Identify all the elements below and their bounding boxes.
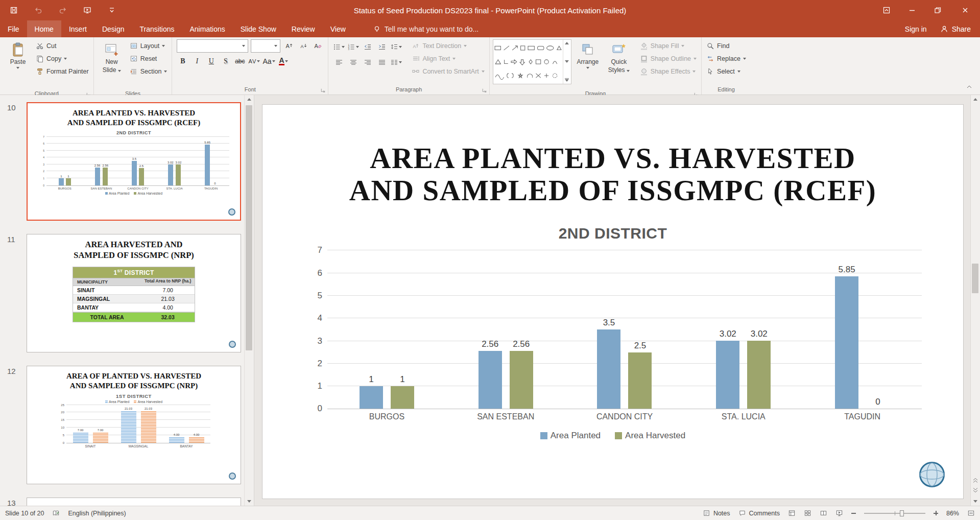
new-slide-button[interactable]: New Slide — [97, 39, 127, 90]
scroll-up-arrow[interactable] — [971, 95, 980, 104]
share-button[interactable]: Share — [940, 25, 971, 33]
tab-review[interactable]: Review — [284, 20, 323, 37]
ribbon-display-options-button[interactable] — [874, 0, 899, 20]
bar-area-harvested[interactable] — [510, 351, 533, 409]
scroll-up-arrow[interactable] — [245, 95, 254, 104]
nrp-bar-chart-mini[interactable]: 1ST DISTRICTArea PlantedArea Harvested05… — [57, 393, 210, 448]
quick-styles-button[interactable]: Quick Styles — [604, 39, 634, 90]
notes-button[interactable]: Notes — [703, 509, 730, 517]
slide-canvas[interactable]: AREA PLANTED VS. HARVESTED AND SAMPLED O… — [262, 104, 964, 499]
start-slideshow-button[interactable] — [79, 3, 96, 18]
underline-button[interactable]: U — [205, 55, 217, 67]
district-bar-chart[interactable]: 2ND DISTRICT01234567112.562.563.52.53.02… — [304, 225, 922, 441]
main-vertical-scrollbar[interactable] — [970, 95, 980, 506]
replace-button[interactable]: Replace — [705, 52, 748, 65]
shapes-gallery-scroll[interactable] — [563, 40, 571, 84]
tab-animations[interactable]: Animations — [182, 20, 232, 37]
line-spacing-button[interactable] — [390, 41, 402, 53]
tell-me-box[interactable]: Tell me what you want to do... — [366, 20, 486, 37]
bar-area-harvested[interactable] — [139, 168, 144, 185]
slide-sorter-view-button[interactable] — [804, 509, 811, 517]
cut-button[interactable]: Cut — [34, 39, 90, 52]
slide-13-thumbnail[interactable] — [27, 498, 241, 506]
align-right-button[interactable] — [362, 56, 373, 68]
reading-view-button[interactable] — [820, 509, 827, 517]
reset-button[interactable]: Reset — [128, 52, 169, 65]
tab-design[interactable]: Design — [94, 20, 132, 37]
bar-area-planted[interactable] — [597, 329, 620, 409]
bar-area-harvested[interactable] — [189, 437, 204, 443]
close-button[interactable] — [950, 0, 980, 20]
bar-area-planted[interactable] — [479, 351, 502, 409]
bar-area-harvested[interactable] — [176, 164, 181, 185]
bullets-button[interactable] — [333, 41, 345, 53]
align-text-button[interactable]: Align Text — [410, 52, 486, 65]
bar-area-harvested[interactable] — [391, 386, 414, 409]
spell-check-button[interactable] — [52, 509, 60, 517]
shapes-gallery[interactable] — [493, 39, 571, 84]
align-left-button[interactable] — [333, 56, 345, 68]
normal-view-button[interactable] — [788, 509, 796, 517]
shape-effects-button[interactable]: Shape Effects — [638, 65, 698, 78]
text-direction-button[interactable]: AText Direction — [410, 39, 486, 52]
scroll-down-arrow[interactable] — [971, 497, 980, 506]
font-dialog-launcher[interactable] — [320, 86, 326, 93]
scroll-down-arrow[interactable] — [245, 497, 254, 506]
numbering-button[interactable]: 123 — [347, 41, 359, 53]
save-button[interactable] — [5, 3, 22, 18]
strikethrough-button[interactable]: abc — [234, 55, 246, 67]
shape-fill-button[interactable]: Shape Fill — [638, 39, 698, 52]
select-button[interactable]: Select — [705, 65, 748, 78]
bar-area-planted[interactable] — [121, 411, 136, 442]
section-button[interactable]: Section — [128, 65, 169, 78]
arrange-button[interactable]: Arrange — [573, 39, 603, 90]
slide-11-thumbnail[interactable]: AREA HARVESTED AND SAMPLED OF ISSGMPC (N… — [27, 234, 241, 352]
character-spacing-button[interactable]: AV — [248, 55, 260, 67]
slide-title[interactable]: AREA PLANTED VS. HARVESTED AND SAMPLED O… — [262, 143, 963, 206]
minimize-button[interactable] — [899, 0, 925, 20]
tab-file[interactable]: File — [0, 20, 27, 37]
tab-transitions[interactable]: Transitions — [132, 20, 182, 37]
zoom-slider[interactable] — [864, 513, 925, 514]
district-bar-chart-mini[interactable]: 2ND DISTRICT01234567112.562.563.52.53.02… — [38, 130, 229, 195]
bar-area-planted[interactable] — [360, 386, 383, 409]
zoom-out-button[interactable] — [851, 513, 856, 514]
zoom-in-button[interactable] — [934, 511, 938, 515]
bar-area-harvested[interactable] — [141, 411, 156, 442]
copy-button[interactable]: Copy — [34, 52, 90, 65]
font-size-combo[interactable] — [251, 39, 280, 53]
bar-area-planted[interactable] — [132, 161, 137, 185]
bar-area-planted[interactable] — [205, 145, 210, 185]
undo-button[interactable] — [30, 3, 47, 18]
tab-home[interactable]: Home — [27, 20, 61, 37]
fit-to-window-button[interactable] — [967, 509, 975, 517]
tab-insert[interactable]: Insert — [61, 20, 94, 37]
bar-area-harvested[interactable] — [103, 168, 108, 185]
bar-area-planted[interactable] — [168, 164, 173, 185]
bar-area-harvested[interactable] — [93, 432, 108, 443]
convert-smartart-button[interactable]: Convert to SmartArt — [410, 65, 486, 78]
bar-area-planted[interactable] — [169, 437, 184, 443]
paste-button[interactable]: Paste — [3, 39, 33, 90]
previous-slide-button[interactable] — [971, 475, 980, 485]
zoom-level[interactable]: 86% — [946, 510, 959, 517]
slide-show-view-button[interactable] — [835, 509, 843, 517]
format-painter-button[interactable]: Format Painter — [34, 65, 90, 78]
bar-area-harvested[interactable] — [66, 178, 71, 185]
zoom-slider-thumb[interactable] — [900, 510, 904, 516]
language-indicator[interactable]: English (Philippines) — [68, 510, 126, 517]
shape-outline-button[interactable]: Shape Outline — [638, 52, 698, 65]
tab-view[interactable]: View — [323, 20, 353, 37]
font-name-combo[interactable] — [177, 39, 248, 53]
decrease-indent-button[interactable] — [362, 41, 373, 53]
tab-slide-show[interactable]: Slide Show — [233, 20, 284, 37]
slide-10-thumbnail[interactable]: AREA PLANTED VS. HARVESTED AND SAMPLED O… — [27, 102, 241, 221]
redo-button[interactable] — [54, 3, 71, 18]
customize-qat-button[interactable] — [103, 3, 121, 18]
bar-area-planted[interactable] — [59, 178, 64, 185]
bar-area-planted[interactable] — [716, 341, 739, 409]
bar-area-planted[interactable] — [95, 168, 100, 185]
comments-button[interactable]: Comments — [738, 509, 780, 517]
font-color-button[interactable]: A — [278, 55, 290, 67]
slide-12-thumbnail[interactable]: AREA OF PLANTED VS. HARVESTED AND SAMPLE… — [27, 366, 241, 484]
